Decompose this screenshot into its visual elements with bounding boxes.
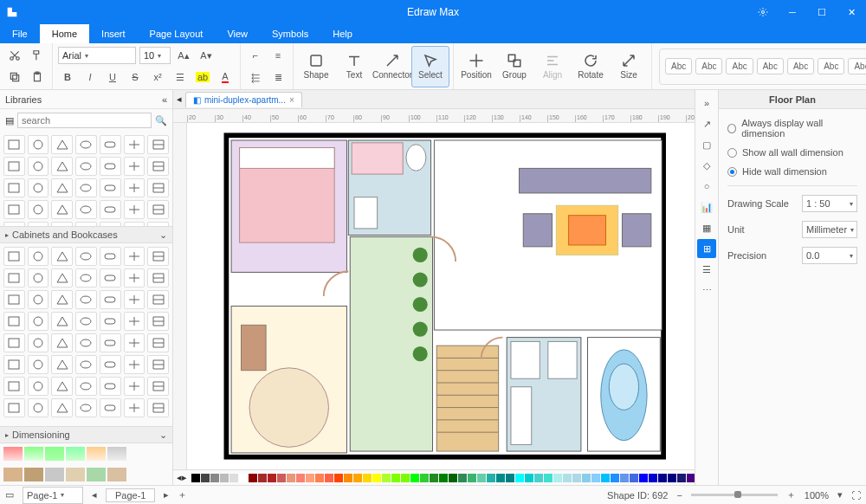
palette-swatch[interactable]	[668, 474, 676, 482]
palette-swatch[interactable]	[639, 474, 648, 482]
italic-icon[interactable]: I	[81, 68, 100, 87]
palette-swatch[interactable]	[277, 474, 286, 482]
library-shape[interactable]	[124, 333, 145, 352]
library-shape[interactable]	[51, 268, 73, 288]
palette-swatch[interactable]	[477, 474, 486, 482]
expand-right-icon[interactable]: »	[697, 94, 716, 113]
library-shape[interactable]	[28, 178, 49, 197]
radio-hide-dimension[interactable]: Hide wall dimension	[727, 166, 857, 177]
library-shape[interactable]	[28, 398, 49, 417]
library-shape[interactable]	[75, 290, 97, 309]
floorplan-icon[interactable]: ⊞	[697, 239, 716, 258]
drawing-canvas[interactable]: 1332.7mm	[187, 123, 695, 469]
library-shape[interactable]	[75, 178, 97, 197]
page-select[interactable]: Page-1▾	[23, 487, 83, 504]
style-2[interactable]: Abc	[695, 58, 722, 74]
style-4[interactable]: Abc	[757, 58, 784, 74]
shape-tool[interactable]: Shape	[297, 46, 335, 87]
library-shape[interactable]	[124, 200, 145, 219]
palette-swatch[interactable]	[458, 474, 467, 482]
library-shape[interactable]	[124, 135, 145, 154]
align-left-icon[interactable]: ⬱	[246, 68, 265, 87]
menu-symbols[interactable]: Symbols	[260, 24, 320, 43]
strike-icon[interactable]: S	[126, 68, 145, 87]
section-cabinets[interactable]: ▸Cabinets and Bookcases⌄	[0, 226, 172, 243]
library-shape[interactable]	[3, 312, 25, 331]
library-shape[interactable]	[3, 178, 25, 197]
menu-home[interactable]: Home	[40, 24, 89, 43]
palette-swatch[interactable]	[630, 474, 638, 482]
palette-swatch[interactable]	[496, 474, 505, 482]
palette-swatch[interactable]	[658, 474, 667, 482]
library-shape[interactable]	[100, 200, 121, 219]
library-shape[interactable]	[75, 247, 97, 266]
copy-icon[interactable]	[5, 68, 24, 87]
library-shape[interactable]	[147, 312, 169, 331]
palette-swatch[interactable]	[363, 474, 372, 482]
dim-swatch[interactable]	[107, 447, 126, 461]
dim-swatch[interactable]	[3, 447, 23, 461]
search-input[interactable]	[17, 113, 152, 128]
section-dimensioning[interactable]: ▸Dimensioning⌄	[0, 426, 172, 443]
library-shape[interactable]	[51, 377, 73, 396]
library-shape[interactable]	[75, 355, 97, 374]
font-combo[interactable]: Arial▾	[58, 47, 136, 64]
font-grow-icon[interactable]: A▴	[174, 46, 193, 65]
palette-swatch[interactable]	[191, 474, 200, 482]
select-tool[interactable]: Select	[411, 46, 449, 87]
palette-swatch[interactable]	[591, 474, 600, 482]
unit-combo[interactable]: Millimeter▾	[802, 221, 857, 238]
library-shape[interactable]	[100, 157, 121, 176]
settings2-icon[interactable]: ⋯	[697, 281, 716, 300]
tab-nav-left-icon[interactable]: ◂	[177, 94, 182, 105]
library-shape[interactable]	[3, 200, 25, 219]
library-shape[interactable]	[124, 268, 145, 288]
position-tool[interactable]: Position	[457, 46, 495, 87]
library-shape[interactable]	[51, 333, 73, 352]
group-tool[interactable]: Group	[495, 46, 533, 87]
dim-swatch[interactable]	[66, 468, 85, 481]
palette-swatch[interactable]	[687, 474, 695, 482]
palette-swatch[interactable]	[553, 474, 562, 482]
text-tool[interactable]: Text	[335, 46, 373, 87]
palette-swatch[interactable]	[287, 474, 295, 482]
page-next-icon[interactable]: ▸	[164, 489, 169, 501]
menu-view[interactable]: View	[215, 24, 260, 43]
maximize-icon[interactable]: ☐	[807, 0, 837, 24]
highlight-icon[interactable]: ab	[193, 68, 212, 87]
dim-swatch[interactable]	[87, 447, 106, 461]
palette-swatch[interactable]	[487, 474, 495, 482]
palette-swatch[interactable]	[449, 474, 457, 482]
palette-swatch[interactable]	[649, 474, 657, 482]
library-shape[interactable]	[3, 398, 25, 417]
library-shape[interactable]	[3, 290, 25, 309]
superscript-icon[interactable]: x²	[148, 68, 167, 87]
library-shape[interactable]	[51, 200, 73, 219]
library-shape[interactable]	[147, 247, 169, 266]
palette-swatch[interactable]	[372, 474, 381, 482]
collapse-libraries-icon[interactable]: «	[162, 94, 167, 105]
zoom-slider[interactable]	[691, 494, 778, 496]
library-shape[interactable]	[51, 290, 73, 309]
add-page-icon[interactable]: ＋	[178, 488, 187, 501]
menu-insert[interactable]: Insert	[89, 24, 138, 43]
palette-nav-left-icon[interactable]: ◂▸	[177, 472, 187, 483]
dim-swatch[interactable]	[24, 447, 43, 461]
library-shape[interactable]	[147, 157, 169, 176]
page-tab[interactable]: Page-1	[106, 488, 155, 502]
library-shape[interactable]	[51, 312, 73, 331]
library-shape[interactable]	[147, 290, 169, 309]
library-shape[interactable]	[51, 157, 73, 176]
library-shape[interactable]	[147, 333, 169, 352]
font-color-icon[interactable]: A	[216, 68, 235, 87]
search-go-icon[interactable]: 🔍	[155, 115, 167, 126]
library-shape[interactable]	[100, 333, 121, 352]
zoom-out-icon[interactable]: −	[676, 490, 682, 501]
settings-icon[interactable]	[748, 0, 778, 24]
palette-swatch[interactable]	[620, 474, 629, 482]
palette-swatch[interactable]	[220, 474, 229, 482]
library-shape[interactable]	[147, 377, 169, 396]
minimize-icon[interactable]: ─	[778, 0, 807, 24]
palette-swatch[interactable]	[468, 474, 476, 482]
palette-swatch[interactable]	[534, 474, 543, 482]
